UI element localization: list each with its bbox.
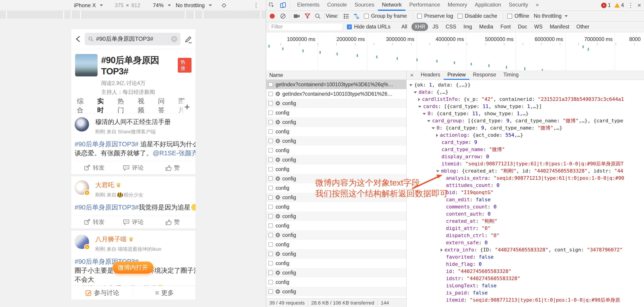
request-checkbox[interactable] — [268, 101, 273, 106]
filter-type-media[interactable]: Media — [476, 23, 496, 31]
add-tab-button[interactable]: ＋ — [182, 100, 192, 113]
inspect-element-button[interactable] — [266, 2, 278, 9]
devtools-tab-memory[interactable]: Memory — [444, 0, 471, 11]
clear-button[interactable] — [278, 13, 288, 19]
detail-tab-timing[interactable]: Timing — [500, 71, 522, 80]
request-checkbox[interactable] — [268, 233, 273, 237]
request-list-header[interactable]: Name — [266, 71, 406, 80]
request-checkbox[interactable] — [268, 223, 273, 228]
detail-tab-response[interactable]: Response — [469, 71, 500, 80]
json-tree-line[interactable]: created_at: "刚刚" — [406, 218, 644, 225]
devtools-menu-button[interactable]: ⋮ — [628, 1, 634, 9]
clear-search-icon[interactable]: × — [171, 36, 177, 42]
network-request-row[interactable]: config — [266, 117, 406, 127]
record-button[interactable] — [270, 14, 275, 18]
json-tree-line[interactable]: 0: {card_type: 11, show_type: 1,…} — [406, 110, 644, 117]
avatar[interactable] — [75, 117, 89, 132]
request-checkbox[interactable] — [268, 280, 273, 284]
network-request-row[interactable]: config — [266, 108, 406, 117]
json-tree-line[interactable]: dispatch_ctrl: "0" — [406, 232, 644, 239]
json-tree-line[interactable]: favorited: false — [406, 254, 644, 261]
request-checkbox[interactable] — [268, 205, 273, 209]
expanded-arrow-icon[interactable] — [432, 127, 435, 129]
compose-icon[interactable] — [184, 34, 192, 44]
comment-button[interactable]: 评论 — [114, 161, 153, 174]
topic-link[interactable]: #90后单身原因TOP3# — [75, 140, 138, 148]
devtools-tab-sources[interactable]: Sources — [351, 0, 378, 11]
json-tree-line[interactable]: hide_flag: 0 — [406, 261, 644, 268]
json-tree-line[interactable]: digit_attr: "0" — [406, 225, 644, 232]
devtools-tab-performance[interactable]: Performance — [406, 0, 444, 11]
repost-button[interactable]: 转发 — [75, 161, 114, 174]
json-tree-line[interactable]: extern_safe: 0 — [406, 239, 644, 246]
search-bar[interactable]: × — [85, 33, 180, 45]
close-devtools-button[interactable]: × — [638, 2, 641, 9]
filter-type-ws[interactable]: WS — [532, 23, 546, 31]
json-tree-line[interactable]: card_type_name: "微博" — [406, 146, 644, 153]
request-checkbox[interactable] — [268, 92, 273, 96]
json-tree-line[interactable]: idstr: "4402745605583328" — [406, 275, 644, 282]
screenshot-button[interactable] — [291, 13, 302, 19]
throttling-select[interactable]: No throttling — [176, 2, 212, 8]
devtools-tab-application[interactable]: Application — [471, 0, 505, 11]
json-tree-line[interactable]: itemid: "seqid:908771213|type:61|t:0|pos… — [406, 297, 644, 304]
disable-cache-checkbox[interactable]: Disable cache — [458, 13, 497, 19]
network-request-row[interactable]: config — [266, 230, 406, 240]
view-list-button[interactable] — [341, 13, 351, 19]
detail-tab-preview[interactable]: Preview — [444, 71, 469, 80]
json-tree-line[interactable]: actionlog: {act_code: 554,…} — [406, 132, 644, 139]
device-select[interactable]: iPhone X — [74, 2, 103, 8]
filter-type-all[interactable]: All — [398, 23, 410, 31]
network-request-row[interactable]: config — [266, 287, 406, 296]
topic-link[interactable]: @R1SE-张颜齐 — [153, 149, 196, 157]
request-checkbox[interactable] — [268, 271, 273, 275]
json-tree-line[interactable]: card_group: [{card_type: 9, card_type_na… — [406, 117, 644, 124]
network-request-row[interactable]: config — [266, 146, 406, 155]
filter-type-manifest[interactable]: Manifest — [547, 23, 572, 31]
json-tree-line[interactable]: cards: [{card_type: 11, show_type: 1,…}] — [406, 103, 644, 110]
avatar[interactable]: V — [75, 180, 89, 195]
request-checkbox[interactable] — [268, 158, 273, 162]
request-checkbox[interactable] — [268, 110, 273, 115]
filter-type-doc[interactable]: Doc — [515, 23, 530, 31]
network-request-row[interactable]: config — [266, 296, 406, 299]
expanded-arrow-icon[interactable] — [423, 113, 426, 115]
request-checkbox[interactable] — [268, 214, 273, 219]
error-badge[interactable]: × 1 — [601, 2, 611, 8]
viewport-width-field[interactable]: 375 — [114, 2, 124, 8]
hide-data-urls-checkbox[interactable]: Hide data URLs — [347, 24, 390, 30]
warning-badge[interactable]: 4 — [614, 2, 624, 8]
toggle-device-toolbar-button[interactable] — [278, 2, 288, 9]
network-request-row[interactable]: config — [266, 259, 406, 268]
network-request-row[interactable]: getIndex?containerid=100103type%3D61%26q… — [266, 80, 406, 89]
request-checkbox[interactable] — [268, 289, 273, 294]
zoom-select[interactable]: 74% — [153, 2, 171, 8]
close-detail-icon[interactable]: × — [406, 72, 417, 79]
devtools-tab-elements[interactable]: Elements — [293, 0, 323, 11]
collapsed-arrow-icon[interactable] — [436, 134, 438, 137]
network-request-row[interactable]: config — [266, 99, 406, 108]
json-tree-line[interactable]: is_paid: false — [406, 289, 644, 297]
json-tree-line[interactable]: cardlistInfo: {v_p: "42", containerid: "… — [406, 96, 644, 103]
user-name[interactable]: 大君吒♛ — [95, 180, 192, 189]
user-name[interactable]: 八月狮子喵♛ — [95, 235, 192, 244]
expanded-arrow-icon[interactable] — [418, 106, 421, 108]
json-tree-line[interactable]: extra_info: {ID: "4402745605583328", con… — [406, 246, 644, 254]
expanded-arrow-icon[interactable] — [414, 91, 417, 93]
expanded-arrow-icon[interactable] — [427, 120, 430, 122]
request-checkbox[interactable] — [268, 176, 273, 181]
network-request-row[interactable]: config — [266, 127, 406, 136]
filter-input[interactable] — [269, 23, 343, 31]
request-checkbox[interactable] — [268, 195, 273, 200]
join-discussion-button[interactable]: 参与讨论 — [71, 289, 133, 297]
network-request-row[interactable]: getIndex?containerid=100103type%3D61%26… — [266, 89, 406, 99]
request-checkbox[interactable] — [268, 242, 273, 247]
network-throttling-select[interactable]: No throttling — [534, 13, 568, 19]
network-request-row[interactable]: config — [266, 202, 406, 212]
group-by-frame-checkbox[interactable]: Group by frame — [364, 13, 407, 19]
viewport-height-field[interactable]: 812 — [131, 2, 140, 8]
request-checkbox[interactable] — [268, 186, 273, 190]
json-tree-line[interactable]: content_auth: 0 — [406, 210, 644, 218]
network-request-row[interactable]: config — [266, 240, 406, 249]
avatar[interactable]: V — [75, 235, 89, 249]
